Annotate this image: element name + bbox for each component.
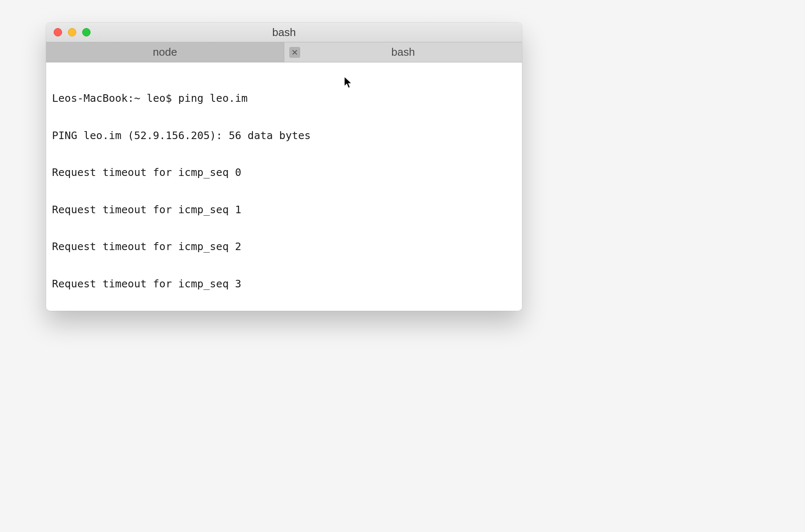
terminal-line: Request timeout for icmp_seq 3 bbox=[52, 278, 516, 290]
terminal-content[interactable]: Leos-MacBook:~ leo$ ping leo.im PING leo… bbox=[46, 62, 522, 311]
terminal-line: PING leo.im (52.9.156.205): 56 data byte… bbox=[52, 129, 516, 142]
tab-node[interactable]: node bbox=[46, 42, 284, 62]
tab-bash[interactable]: bash bbox=[284, 42, 522, 62]
tab-bar: node bash bbox=[46, 42, 522, 62]
terminal-line: Request timeout for icmp_seq 0 bbox=[52, 166, 516, 179]
terminal-line: Request timeout for icmp_seq 1 bbox=[52, 204, 516, 216]
close-window-button[interactable] bbox=[54, 28, 62, 36]
title-bar[interactable]: bash bbox=[46, 23, 522, 42]
tab-label: bash bbox=[391, 46, 415, 59]
terminal-line: Leos-MacBook:~ leo$ ping leo.im bbox=[52, 92, 516, 105]
close-tab-icon[interactable] bbox=[289, 47, 300, 58]
tab-label: node bbox=[153, 46, 177, 59]
terminal-window: bash node bash Leos-MacBook:~ leo$ ping … bbox=[46, 23, 522, 311]
window-title: bash bbox=[46, 26, 522, 39]
minimize-window-button[interactable] bbox=[68, 28, 76, 36]
traffic-lights bbox=[46, 28, 91, 36]
terminal-line: Request timeout for icmp_seq 2 bbox=[52, 240, 516, 253]
maximize-window-button[interactable] bbox=[82, 28, 91, 36]
